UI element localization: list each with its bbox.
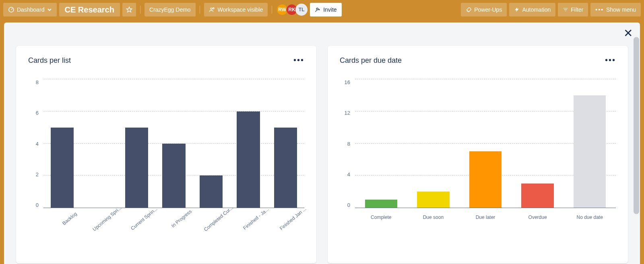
bar[interactable] bbox=[237, 111, 260, 208]
bar[interactable] bbox=[51, 128, 74, 208]
plot-area bbox=[355, 79, 616, 208]
rocket-icon bbox=[466, 7, 472, 13]
bar[interactable] bbox=[365, 200, 397, 208]
add-member-icon bbox=[315, 7, 321, 13]
svg-marker-1 bbox=[126, 7, 132, 12]
divider bbox=[140, 6, 140, 14]
chart-card-cards-per-list: Cards per list ••• 86420BacklogUpcoming … bbox=[16, 46, 316, 263]
card-menu-button[interactable]: ••• bbox=[605, 56, 616, 65]
bar[interactable] bbox=[125, 128, 148, 208]
automation-button[interactable]: Automation bbox=[509, 3, 555, 16]
plot-area bbox=[43, 79, 304, 208]
dashboard-cards: Cards per list ••• 86420BacklogUpcoming … bbox=[4, 23, 640, 264]
bar[interactable] bbox=[274, 128, 297, 208]
y-tick-label: 2 bbox=[36, 171, 39, 177]
visibility-label: Workspace visible bbox=[218, 6, 263, 13]
bar-chart: 1612840CompleteDue soonDue laterOverdueN… bbox=[340, 79, 616, 220]
x-tick-label: Complete bbox=[355, 208, 407, 220]
y-tick-label: 4 bbox=[36, 141, 39, 147]
powerups-label: Power-Ups bbox=[474, 6, 502, 13]
show-menu-label: Show menu bbox=[606, 6, 636, 13]
invite-label: Invite bbox=[323, 6, 336, 13]
scrollbar-thumb[interactable] bbox=[634, 37, 639, 214]
invite-button[interactable]: Invite bbox=[310, 3, 341, 16]
divider bbox=[200, 6, 200, 14]
chevron-down-icon bbox=[47, 7, 52, 12]
star-icon bbox=[126, 6, 132, 13]
y-tick-label: 12 bbox=[345, 110, 350, 116]
board-title[interactable]: CE Research bbox=[59, 3, 120, 16]
y-tick-label: 4 bbox=[347, 171, 350, 177]
y-axis: 1612840 bbox=[340, 79, 355, 208]
filter-button[interactable]: Filter bbox=[558, 3, 588, 16]
view-switcher-label: Dashboard bbox=[17, 6, 45, 13]
automation-label: Automation bbox=[522, 6, 551, 13]
people-icon bbox=[209, 6, 215, 13]
bar[interactable] bbox=[417, 192, 449, 208]
bar[interactable] bbox=[162, 144, 185, 208]
bolt-icon bbox=[514, 7, 520, 12]
scrollbar[interactable] bbox=[633, 37, 640, 264]
chart-title: Cards per list bbox=[28, 56, 304, 65]
bar[interactable] bbox=[521, 184, 553, 208]
dashboard-panel: ✕ Cards per list ••• 86420BacklogUpcomin… bbox=[4, 23, 640, 264]
visibility-button[interactable]: Workspace visible bbox=[204, 3, 268, 16]
star-button[interactable] bbox=[122, 3, 136, 16]
chart-title: Cards per due date bbox=[340, 56, 616, 65]
y-tick-label: 0 bbox=[36, 202, 39, 208]
workspace-button[interactable]: CrazyEgg Demo bbox=[144, 3, 196, 16]
card-menu-button[interactable]: ••• bbox=[293, 56, 304, 65]
y-tick-label: 0 bbox=[347, 202, 350, 208]
svg-point-2 bbox=[211, 8, 212, 9]
chart-card-cards-per-due-date: Cards per due date ••• 1612840CompleteDu… bbox=[328, 46, 628, 263]
show-menu-button[interactable]: ••• Show menu bbox=[590, 3, 641, 16]
y-tick-label: 8 bbox=[347, 141, 350, 147]
svg-point-3 bbox=[213, 8, 214, 9]
ellipsis-icon: ••• bbox=[595, 6, 604, 13]
svg-point-4 bbox=[316, 8, 318, 9]
x-tick-label: Due later bbox=[459, 208, 512, 220]
x-tick-label: Overdue bbox=[512, 208, 564, 220]
bar[interactable] bbox=[469, 151, 502, 208]
member-avatars[interactable]: RW RK TL bbox=[276, 4, 308, 16]
divider bbox=[272, 6, 272, 14]
view-switcher[interactable]: Dashboard bbox=[3, 3, 57, 16]
y-tick-label: 8 bbox=[36, 79, 39, 85]
avatar[interactable]: TL bbox=[295, 4, 308, 16]
dashboard-icon bbox=[8, 6, 14, 13]
y-tick-label: 16 bbox=[345, 79, 350, 85]
x-tick-label: Due soon bbox=[407, 208, 460, 220]
close-button[interactable]: ✕ bbox=[623, 27, 633, 40]
bar[interactable] bbox=[574, 95, 606, 208]
filter-label: Filter bbox=[571, 6, 583, 13]
y-tick-label: 6 bbox=[36, 110, 39, 116]
y-axis: 86420 bbox=[28, 79, 43, 208]
bar-chart: 86420BacklogUpcoming Spri...Current Spri… bbox=[28, 79, 304, 224]
filter-icon bbox=[563, 7, 568, 12]
powerups-button[interactable]: Power-Ups bbox=[461, 3, 507, 16]
board-header: Dashboard CE Research CrazyEgg Demo Work… bbox=[0, 0, 644, 19]
x-tick-label: No due date bbox=[564, 208, 616, 220]
